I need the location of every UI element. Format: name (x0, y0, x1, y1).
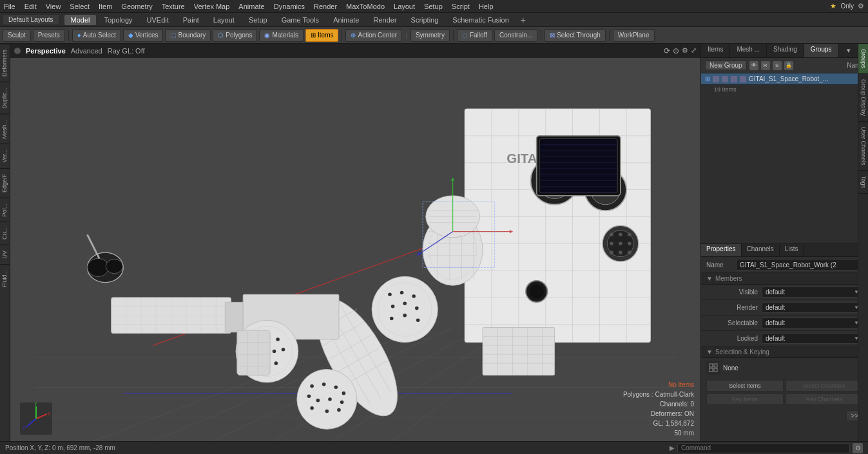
auto-select-button[interactable]: ● Auto Select (72, 29, 121, 42)
left-tab-edgef[interactable]: Edge/F (0, 168, 10, 198)
tab-topology[interactable]: Topology (97, 15, 139, 25)
vp-reset-icon[interactable]: ⟳ (664, 46, 670, 55)
vertices-button[interactable]: ◆ Vertices (123, 29, 164, 42)
menu-animate[interactable]: Animate (238, 3, 264, 10)
svg-point-83 (415, 307, 419, 310)
render-label: Render (706, 304, 758, 311)
rp-tab-dropdown[interactable]: ▾ (843, 44, 854, 57)
key-channels-button[interactable]: Key Channels (786, 393, 863, 405)
items-button[interactable]: ⊞ Items (305, 29, 338, 42)
action-center-button[interactable]: ⊕ Action Center (345, 29, 402, 42)
menu-render[interactable]: Render (314, 3, 337, 10)
polygons-button[interactable]: ⬡ Polygons (213, 29, 257, 42)
sculpt-button[interactable]: Sculpt (3, 29, 31, 42)
lock-icon[interactable]: 🔒 (784, 61, 793, 70)
menu-script[interactable]: Script (452, 3, 470, 10)
tab-scripting[interactable]: Scripting (405, 15, 445, 25)
left-tab-ver[interactable]: Ver... (0, 144, 10, 168)
tab-schematic-fusion[interactable]: Schematic Fusion (446, 15, 515, 25)
menu-setup[interactable]: Setup (424, 3, 443, 10)
selectable-dropdown[interactable]: default ▼ (762, 317, 863, 328)
menu-maxtomodo[interactable]: MaxToModo (346, 3, 385, 10)
locked-label: Locked (706, 335, 758, 342)
new-group-button[interactable]: New Group (705, 61, 747, 70)
menu-dynamics[interactable]: Dynamics (274, 3, 305, 10)
tab-setup[interactable]: Setup (242, 15, 274, 25)
layout-dropdown[interactable]: Default Layouts (3, 14, 59, 25)
tab-items[interactable]: Items (701, 44, 730, 57)
tab-uvedit[interactable]: UVEdit (140, 15, 175, 25)
command-input[interactable] (677, 443, 850, 453)
materials-button[interactable]: ◉ Materials (259, 29, 304, 42)
select-through-button[interactable]: ⊠ Select Through (545, 29, 606, 42)
svg-rect-163 (709, 368, 713, 372)
props-tab-channels[interactable]: Channels (742, 244, 780, 256)
svg-point-143 (273, 350, 276, 354)
menu-geometry[interactable]: Geometry (121, 3, 152, 10)
tab-shading[interactable]: Shading (767, 44, 804, 57)
menu-select[interactable]: Select (70, 3, 90, 10)
left-tab-deformers[interactable]: Deformers (0, 44, 10, 82)
props-tab-lists[interactable]: Lists (780, 244, 804, 256)
menu-edit[interactable]: Edit (24, 3, 37, 10)
symmetry-button[interactable]: Symmetry (410, 29, 450, 42)
workplane-button[interactable]: WorkPlane (613, 29, 655, 42)
rvtab-tags[interactable]: Tags (858, 171, 868, 194)
tab-paint[interactable]: Paint (177, 15, 206, 25)
locked-dropdown[interactable]: default ▼ (762, 333, 863, 344)
left-tab-mesh[interactable]: Mesh... (0, 114, 10, 144)
boundary-button[interactable]: ⬚ Boundary (165, 29, 211, 42)
tab-game-tools[interactable]: Game Tools (275, 15, 326, 25)
key-items-button[interactable]: Key Items (706, 393, 784, 405)
group-item-lock[interactable] (740, 76, 746, 82)
eye-icon[interactable]: 👁 (749, 61, 758, 70)
menu-texture[interactable]: Texture (162, 3, 185, 10)
tab-model[interactable]: Model (64, 15, 97, 25)
tab-groups[interactable]: Groups (804, 44, 839, 57)
main-layout: Deformers Duplic... Mesh... Ver... Edge/… (0, 44, 868, 441)
left-tab-cu[interactable]: Cu... (0, 222, 10, 245)
menu-vertex-map[interactable]: Vertex Map (194, 3, 230, 10)
menu-item[interactable]: Item (99, 3, 112, 10)
render-icon[interactable]: R (761, 61, 770, 70)
add-tab-button[interactable]: + (517, 14, 530, 26)
menu-file[interactable]: File (4, 3, 15, 10)
tab-render[interactable]: Render (367, 15, 403, 25)
left-tab-uv[interactable]: UV (0, 245, 10, 264)
key-pattern-icon[interactable] (706, 361, 720, 375)
props-tab-properties[interactable]: Properties (701, 244, 742, 256)
group-item-sel[interactable] (731, 76, 737, 82)
group-item-render[interactable] (722, 76, 728, 82)
settings-icon[interactable]: ⚙ (858, 2, 864, 10)
presets-button[interactable]: Presets (33, 29, 65, 42)
group-item-robot[interactable]: ⊞ GITAI_S1_Space_Robot_... (701, 73, 868, 85)
render-dropdown[interactable]: default ▼ (762, 302, 863, 313)
tab-mesh[interactable]: Mesh ... (730, 44, 767, 57)
rvtab-group-display[interactable]: Group Display (858, 74, 868, 122)
svg-rect-164 (714, 368, 717, 372)
menu-view[interactable]: View (46, 3, 61, 10)
tab-animate[interactable]: Animate (327, 15, 365, 25)
viewport-toggle[interactable] (14, 48, 21, 54)
menu-help[interactable]: Help (479, 3, 494, 10)
left-tab-fluid[interactable]: Fluid... (0, 264, 10, 292)
viewport[interactable]: Perspective Advanced Ray GL: Off ⟳ ⊙ ⚙ ⤢ (10, 44, 700, 441)
tab-layout[interactable]: Layout (207, 15, 241, 25)
cmd-settings-button[interactable]: ⚙ (853, 443, 863, 453)
select-channels-button[interactable]: Select Channels (786, 380, 863, 392)
select-items-button[interactable]: Select Items (706, 380, 784, 392)
left-tab-pol[interactable]: Pol... (0, 198, 10, 222)
name-input[interactable] (736, 259, 863, 270)
falloff-button[interactable]: ◌ Falloff (457, 29, 492, 42)
vp-maximize-icon[interactable]: ⤢ (691, 46, 697, 55)
menu-layout[interactable]: Layout (394, 3, 415, 10)
vp-settings-icon[interactable]: ⚙ (682, 46, 688, 55)
rvtab-user-channels[interactable]: User Channels (858, 122, 868, 171)
rvtab-groups[interactable]: Groups (858, 44, 868, 74)
select-icon[interactable]: S (773, 61, 782, 70)
group-item-vis[interactable] (713, 76, 719, 82)
constrain-button[interactable]: Constrain... (494, 29, 537, 42)
visible-dropdown[interactable]: default ▼ (762, 287, 863, 298)
left-tab-duplicate[interactable]: Duplic... (0, 82, 10, 114)
vp-zoom-fit-icon[interactable]: ⊙ (673, 46, 679, 55)
